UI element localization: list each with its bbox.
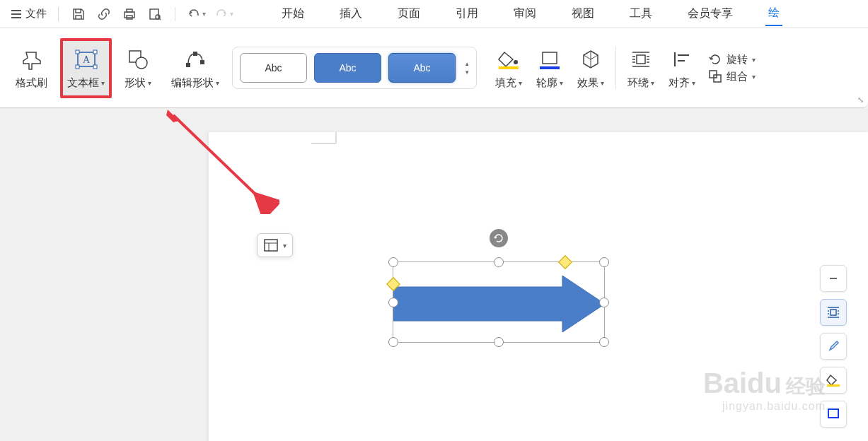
text-box-button[interactable]: A 文本框▾: [60, 38, 112, 98]
separator: [58, 7, 59, 21]
floating-toolbar: [820, 265, 847, 428]
rotate-handle[interactable]: [490, 229, 508, 247]
tab-review[interactable]: 审阅: [511, 2, 539, 25]
resize-handle-ml[interactable]: [388, 298, 398, 307]
outline-button[interactable]: 轮廓▾: [529, 47, 570, 90]
svg-rect-8: [93, 50, 97, 54]
svg-rect-22: [714, 75, 721, 82]
resize-handle-bl[interactable]: [388, 337, 398, 347]
separator: [175, 7, 175, 21]
float-collapse-button[interactable]: [820, 265, 847, 292]
chevron-down-icon: ▾: [692, 79, 695, 87]
wrap-label: 环绕▾: [627, 76, 654, 90]
chevron-down-icon: ▾: [651, 79, 654, 87]
text-box-label: 文本框▾: [67, 76, 105, 90]
align-icon: [671, 47, 693, 72]
tab-insert[interactable]: 插入: [337, 2, 365, 25]
print-preview-icon[interactable]: [146, 6, 163, 23]
save-icon[interactable]: [70, 6, 87, 23]
layout-options-popup[interactable]: ▾: [257, 233, 293, 257]
hamburger-icon: [11, 10, 21, 18]
wrap-button[interactable]: 环绕▾: [620, 47, 661, 90]
tab-member[interactable]: 会员专享: [685, 2, 736, 25]
svg-rect-0: [125, 12, 134, 18]
tab-reference[interactable]: 引用: [453, 2, 481, 25]
redo-button[interactable]: ▾: [214, 8, 233, 20]
align-label: 对齐▾: [669, 76, 695, 90]
effects-button[interactable]: 效果▾: [570, 47, 611, 90]
svg-rect-13: [186, 63, 190, 67]
text-cursor-mark: [311, 132, 340, 146]
svg-rect-27: [828, 409, 838, 418]
tab-tools[interactable]: 工具: [627, 2, 655, 25]
resize-handle-br[interactable]: [599, 337, 609, 347]
resize-handle-tr[interactable]: [599, 257, 609, 267]
rotate-group-stack: 旋转▾ 组合▾: [702, 52, 761, 83]
format-painter-button[interactable]: 格式刷: [8, 47, 54, 90]
format-painter-label: 格式刷: [16, 76, 47, 90]
chevron-down-icon: ▾: [216, 79, 219, 87]
chevron-down-icon: ▾: [202, 10, 206, 18]
group-icon: [708, 69, 722, 83]
tab-page[interactable]: 页面: [395, 2, 423, 25]
ribbon-right-group: 填充▾ 轮廓▾ 效果▾ 环绕▾: [488, 47, 761, 90]
rotate-button[interactable]: 旋转▾: [708, 52, 756, 66]
print-icon[interactable]: [121, 6, 138, 23]
style-preset-2[interactable]: Abc: [314, 53, 381, 83]
svg-rect-10: [93, 65, 97, 69]
shape-button[interactable]: 形状▾: [117, 47, 158, 90]
tab-draw[interactable]: 绘: [765, 1, 782, 26]
svg-rect-14: [193, 52, 197, 56]
file-label: 文件: [25, 7, 47, 20]
shape-icon: [127, 47, 149, 72]
svg-point-16: [514, 60, 518, 64]
adjust-handle-2[interactable]: [386, 277, 400, 291]
top-bar: 文件 ▾ ▾ 开始 插入 页面 引用 审阅 视图 工具 会员专: [0, 0, 868, 28]
shape-style-gallery: Abc Abc Abc ▴▾: [232, 47, 477, 89]
wrap-icon: [630, 47, 652, 72]
file-menu[interactable]: 文件: [6, 4, 52, 23]
chevron-down-icon: ▾: [283, 242, 287, 249]
align-button[interactable]: 对齐▾: [661, 47, 702, 90]
svg-rect-23: [265, 240, 277, 251]
tab-view[interactable]: 视图: [569, 2, 597, 25]
chevron-down-icon: ▾: [752, 56, 756, 64]
svg-rect-9: [76, 65, 79, 69]
group-button[interactable]: 组合▾: [708, 69, 756, 83]
fill-label: 填充▾: [495, 76, 522, 90]
link-icon[interactable]: [96, 6, 112, 23]
svg-rect-15: [200, 60, 204, 64]
gallery-more-button[interactable]: ▴▾: [463, 60, 469, 76]
chevron-down-icon: ▾: [560, 79, 563, 87]
chevron-down-icon: ▾: [230, 10, 233, 18]
svg-rect-19: [540, 66, 560, 69]
document-page[interactable]: [209, 132, 868, 441]
quick-access-toolbar: ▾ ▾: [70, 6, 233, 23]
effects-label: 效果▾: [577, 76, 604, 90]
svg-rect-7: [76, 50, 79, 54]
float-wrap-button[interactable]: [820, 299, 847, 326]
fill-button[interactable]: 填充▾: [488, 47, 529, 90]
chevron-down-icon: ▾: [148, 79, 151, 87]
svg-rect-21: [710, 71, 717, 78]
float-fill-button[interactable]: [820, 367, 847, 394]
svg-rect-17: [499, 66, 519, 69]
selected-shape[interactable]: [393, 261, 605, 343]
text-box-icon: A: [74, 47, 99, 72]
float-outline-button[interactable]: [820, 401, 847, 428]
resize-handle-tl[interactable]: [388, 257, 398, 267]
resize-handle-bm[interactable]: [494, 337, 504, 347]
style-preset-3[interactable]: Abc: [388, 53, 456, 83]
style-preset-1[interactable]: Abc: [240, 53, 307, 83]
float-brush-button[interactable]: [820, 333, 847, 360]
resize-handle-tm[interactable]: [494, 257, 504, 267]
tab-start[interactable]: 开始: [279, 2, 307, 25]
undo-button[interactable]: ▾: [187, 8, 206, 20]
ribbon-expand-icon[interactable]: ⤡: [857, 95, 864, 105]
adjust-handle-1[interactable]: [558, 255, 572, 269]
svg-text:A: A: [82, 54, 90, 65]
resize-handle-mr[interactable]: [599, 298, 609, 307]
edit-shape-button[interactable]: 编辑形状▾: [164, 47, 226, 90]
outline-label: 轮廓▾: [536, 76, 563, 90]
svg-point-12: [136, 57, 147, 69]
